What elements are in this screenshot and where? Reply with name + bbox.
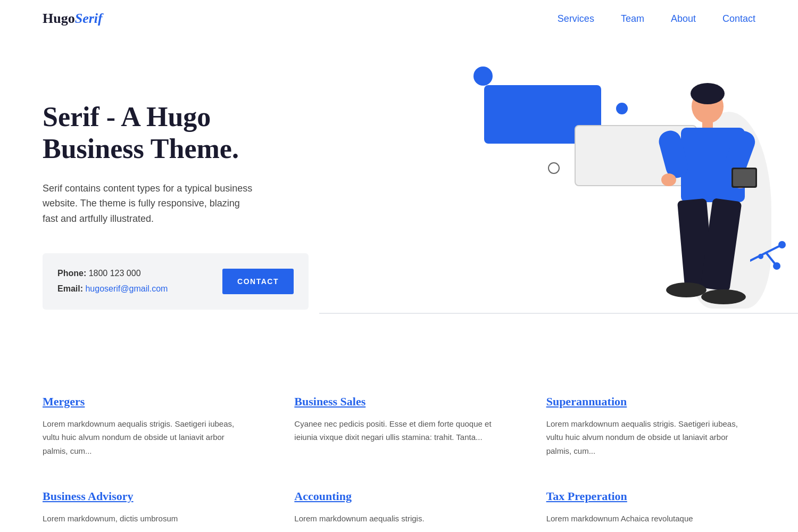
contact-info-box: Phone: 1800 123 000 Email: hugoserif@gma… <box>43 253 309 310</box>
contact-details: Phone: 1800 123 000 Email: hugoserif@gma… <box>57 266 168 297</box>
nav-about[interactable]: About <box>671 13 696 24</box>
nav-team[interactable]: Team <box>621 13 644 24</box>
hero-illustration <box>319 37 798 346</box>
phone-label: Phone: <box>57 269 86 278</box>
svg-point-17 <box>773 262 780 270</box>
service-business-sales-desc: Cyanee nec pedicis positi. Esse et diem … <box>294 417 503 444</box>
svg-point-13 <box>701 289 746 304</box>
person-figure <box>633 80 771 340</box>
services-grid: Mergers Lorem markdownum aequalis strigi… <box>43 395 755 526</box>
navbar: HugoSerif Services Team About Contact <box>0 0 798 37</box>
hero-section: Serif - A Hugo Business Theme. Serif con… <box>0 37 798 352</box>
ground-line <box>319 313 798 314</box>
service-business-advisory-desc: Lorem markdownum, dictis umbrosum <box>43 512 252 526</box>
deco-branch <box>750 239 793 273</box>
svg-point-15 <box>778 241 786 248</box>
service-superannuation-title[interactable]: Superannuation <box>546 395 755 409</box>
service-tax-desc: Lorem markdownum Achaica revolutaque <box>546 512 755 526</box>
services-section: Mergers Lorem markdownum aequalis strigi… <box>0 352 798 532</box>
service-mergers: Mergers Lorem markdownum aequalis strigi… <box>43 395 252 458</box>
service-tax-title[interactable]: Tax Preperation <box>546 489 755 503</box>
service-business-sales-title[interactable]: Business Sales <box>294 395 503 409</box>
hero-title: Serif - A Hugo Business Theme. <box>43 101 319 165</box>
phone-line: Phone: 1800 123 000 <box>57 266 168 281</box>
service-superannuation-desc: Lorem markdownum aequalis strigis. Saeti… <box>546 417 755 458</box>
deco-blue-circle-lg <box>473 66 493 86</box>
service-accounting-title[interactable]: Accounting <box>294 489 503 503</box>
service-mergers-title[interactable]: Mergers <box>43 395 252 409</box>
nav-contact[interactable]: Contact <box>722 13 755 24</box>
service-business-advisory: Business Advisory Lorem markdownum, dict… <box>43 489 252 526</box>
hero-content: Serif - A Hugo Business Theme. Serif con… <box>43 59 319 310</box>
svg-point-18 <box>758 254 763 259</box>
nav-links: Services Team About Contact <box>558 13 755 24</box>
service-business-sales: Business Sales Cyanee nec pedicis positi… <box>294 395 503 458</box>
logo[interactable]: HugoSerif <box>43 11 103 27</box>
service-accounting: Accounting Lorem markdownum aequalis str… <box>294 489 503 526</box>
phone-value: 1800 123 000 <box>89 269 141 278</box>
service-business-advisory-title[interactable]: Business Advisory <box>43 489 252 503</box>
deco-outline-circle <box>548 162 560 174</box>
svg-point-12 <box>666 282 706 297</box>
contact-button[interactable]: CONTACT <box>222 269 294 294</box>
email-line: Email: hugoserif@gmail.com <box>57 281 168 297</box>
service-superannuation: Superannuation Lorem markdownum aequalis… <box>546 395 755 458</box>
service-accounting-desc: Lorem markdownum aequalis strigis. <box>294 512 503 526</box>
svg-point-6 <box>661 173 676 186</box>
deco-blue-circle-sm <box>614 101 629 116</box>
nav-services[interactable]: Services <box>558 13 594 24</box>
svg-rect-9 <box>733 169 755 186</box>
email-link[interactable]: hugoserif@gmail.com <box>85 284 168 293</box>
hero-description: Serif contains content types for a typic… <box>43 181 255 227</box>
service-tax: Tax Preperation Lorem markdownum Achaica… <box>546 489 755 526</box>
service-mergers-desc: Lorem markdownum aequalis strigis. Saeti… <box>43 417 252 458</box>
svg-point-1 <box>691 83 725 104</box>
email-label: Email: <box>57 284 83 293</box>
